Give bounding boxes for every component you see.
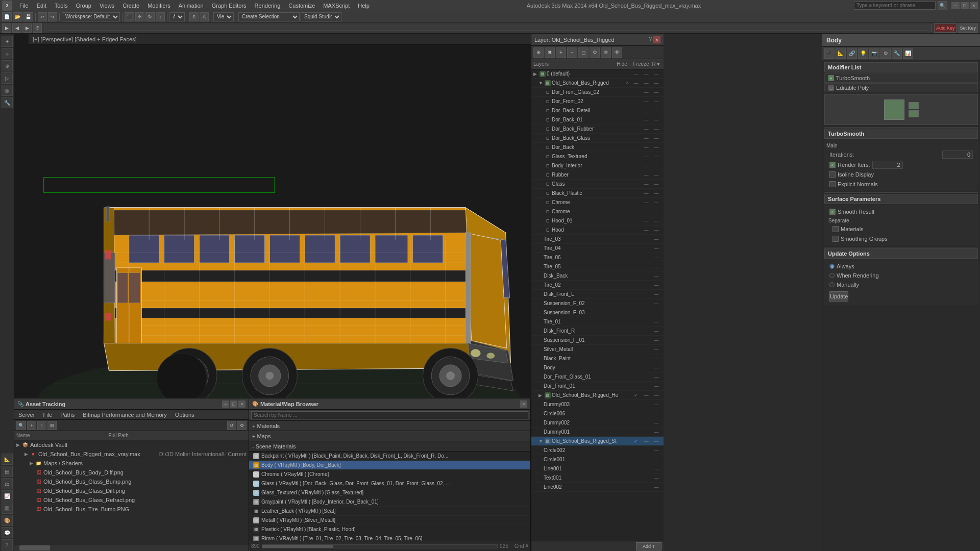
sidebar-scene[interactable]: 🗂 xyxy=(2,478,13,489)
tree-autodesk-vault[interactable]: ▶ 📦 Autodesk Vault xyxy=(14,440,249,449)
layer-0-default[interactable]: ▶ ▤ 0 (default) — — — xyxy=(531,69,664,79)
asset-tb-3[interactable]: ↑ xyxy=(37,421,46,430)
layer-dor-back[interactable]: ◻ Dor_Back — — xyxy=(531,143,664,152)
props-tb-3[interactable]: 🔗 xyxy=(847,48,857,59)
mat-section-scene[interactable]: - Scene Materials xyxy=(249,441,530,452)
layer-tire-01[interactable]: Tire_01 — xyxy=(531,317,664,327)
tree-img-glass-diff[interactable]: 🖼 Old_School_Bus_Glass_Diff.png xyxy=(14,486,249,495)
layer-circle002[interactable]: Circle002 — xyxy=(531,446,664,455)
layer-dummy001[interactable]: Dummy001 — xyxy=(531,428,664,437)
search-btn[interactable]: 🔍 xyxy=(938,1,947,10)
close-btn[interactable]: × xyxy=(970,2,978,9)
always-radio-row[interactable]: Always xyxy=(826,262,976,271)
add-t-btn[interactable]: Add T xyxy=(636,542,662,550)
explicit-normals-checkbox[interactable] xyxy=(829,181,836,187)
materials-row[interactable]: Materials xyxy=(826,224,976,234)
layer-tb-settings[interactable]: ⚙ xyxy=(590,47,600,58)
sidebar-layer[interactable]: ▤ xyxy=(2,466,13,477)
layer-tire-02[interactable]: Tire_02 — xyxy=(531,281,664,290)
menu-create[interactable]: Create xyxy=(118,2,143,10)
asset-close[interactable]: × xyxy=(238,400,246,408)
tb-save[interactable]: 💾 xyxy=(23,12,33,21)
sidebar-utilities[interactable]: 🔧 xyxy=(2,97,13,108)
layer-close[interactable]: × xyxy=(653,36,660,43)
tree-img-glass-refract[interactable]: 🖼 Old_School_Bus_Glass_Refract.png xyxy=(14,495,249,505)
color-swatch[interactable] xyxy=(884,99,904,120)
layer-disk-back[interactable]: Disk_Back — xyxy=(531,271,664,281)
menu-edit[interactable]: Edit xyxy=(33,2,51,10)
tb-play[interactable]: ▶ xyxy=(2,23,11,33)
layer-disk-front-l[interactable]: Disk_Front_L — xyxy=(531,290,664,299)
menu-customize[interactable]: Customize xyxy=(284,2,319,10)
smoothing-groups-checkbox[interactable] xyxy=(832,236,839,242)
layer-tire-05[interactable]: Tire_05 — xyxy=(531,262,664,271)
asset-tb-settings[interactable]: ⚙ xyxy=(237,421,247,430)
layer-dor-back-deteil[interactable]: ◻ Dor_Back_Deteil — — xyxy=(531,106,664,115)
layer-chrome[interactable]: ◻ Chrome — — xyxy=(531,198,664,207)
sidebar-create[interactable]: ✦ xyxy=(2,36,13,47)
timeline[interactable] xyxy=(46,26,929,31)
maximize-btn[interactable]: □ xyxy=(961,2,969,9)
layer-tire-03[interactable]: Tire_03 — xyxy=(531,235,664,244)
mat-body[interactable]: ▦ Body ( VRayMtl ) [Body, Dor_Back] xyxy=(249,461,530,470)
layer-bus-rigged[interactable]: ▼ ▤ Old_School_Bus_Rigged ✓ — — — xyxy=(531,79,664,88)
smoothing-groups-row[interactable]: Smoothing Groups xyxy=(826,234,976,243)
menu-graph-editors[interactable]: Graph Editors xyxy=(208,2,251,10)
asset-hscrollbar[interactable] xyxy=(14,545,249,551)
render-iters-value[interactable]: 2 xyxy=(872,161,903,169)
menu-file[interactable]: File xyxy=(15,2,33,10)
workspace-select[interactable]: Workspace: Default xyxy=(62,12,120,21)
layer-bus-he[interactable]: ▶ ▤ Old_School_Bus_Rigged_He ✓ — — xyxy=(531,391,664,400)
sidebar-modify[interactable]: ⟐ xyxy=(2,48,13,59)
mat-section-maps[interactable]: + Maps xyxy=(249,431,530,441)
asset-menu-options[interactable]: Options xyxy=(173,412,197,418)
tb-move[interactable]: ✛ xyxy=(135,12,144,21)
props-tb-1[interactable]: ⬛ xyxy=(824,48,835,59)
layer-suspension-f-02[interactable]: Suspension_F_02 — xyxy=(531,299,664,308)
manually-radio-row[interactable]: Manually xyxy=(826,280,976,289)
layer-tire-06[interactable]: Tire_06 — xyxy=(531,253,664,262)
tree-max-file[interactable]: ▶ ■ Old_School_Bus_Rigged_max_vray.max D… xyxy=(14,449,249,459)
tree-maps-folder[interactable]: ▶ 📁 Maps / Shaders xyxy=(14,459,249,468)
tb-auto-key[interactable]: Auto Key xyxy=(934,23,957,33)
tree-img-tire[interactable]: 🖼 Old_School_Bus_Tire_Bump.PNG xyxy=(14,505,249,514)
asset-tb-refresh[interactable]: ↺ xyxy=(227,421,236,430)
turbosmooth-header[interactable]: TurboSmooth xyxy=(824,129,978,139)
render-iters-checkbox[interactable]: ✓ xyxy=(829,162,836,168)
props-tb-5[interactable]: 📷 xyxy=(869,48,879,59)
isoline-checkbox[interactable] xyxy=(829,171,836,178)
smooth-result-row[interactable]: ✓ Smooth Result xyxy=(826,207,976,216)
layer-glass-textured[interactable]: ◻ Glass_Textured — — xyxy=(531,152,664,161)
asset-menu-paths[interactable]: Paths xyxy=(58,412,77,418)
modifier-list-header[interactable]: Modifier List xyxy=(824,62,978,72)
mat-glass-textured[interactable]: ▦ Glass_Textured ( VRayMtl ) [Glass_Text… xyxy=(249,488,530,497)
update-options-header[interactable]: Update Options xyxy=(824,248,978,259)
explicit-normals-row[interactable]: Explicit Normals xyxy=(826,180,976,189)
squid-select[interactable]: Squid Studio v xyxy=(301,12,341,21)
sidebar-color-clip[interactable]: 🎨 xyxy=(2,515,13,526)
sidebar-track[interactable]: 📈 xyxy=(2,490,13,502)
asset-menu-file[interactable]: File xyxy=(41,412,54,418)
tb-snap[interactable]: S xyxy=(189,12,199,21)
tb-select-obj[interactable]: ⬛ xyxy=(125,12,134,21)
tree-img-body[interactable]: 🖼 Old_School_Bus_Body_Diff.png xyxy=(14,468,249,477)
menu-animation[interactable]: Animation xyxy=(175,2,208,10)
create-selection-select[interactable]: Create Selection xyxy=(238,12,300,21)
mat-backpaint[interactable]: ▦ Backpaint ( VRayMtl ) [Black_Paint, Di… xyxy=(249,452,530,461)
mat-glass[interactable]: ▦ Glass ( VRayMtl ) [Dor_Back_Glass, Dor… xyxy=(249,479,530,488)
layer-line002[interactable]: Line002 — xyxy=(531,483,664,492)
tb-time-config[interactable]: ⏱ xyxy=(33,23,42,33)
layer-suspension-f-03[interactable]: Suspension_F_03 — xyxy=(531,308,664,317)
layer-dor-front-01[interactable]: Dor_Front_01 — xyxy=(531,382,664,391)
modifier-turbosmooth[interactable]: ● TurboSmooth xyxy=(824,73,978,83)
sidebar-help[interactable]: ? xyxy=(2,539,13,550)
tb-rotate[interactable]: ↻ xyxy=(145,12,155,21)
layer-body-interior[interactable]: ◻ Body_Interior — — xyxy=(531,161,664,170)
layer-dor-back-glass[interactable]: ◻ Dor_Back_Glass — — xyxy=(531,134,664,143)
material-close[interactable]: × xyxy=(520,400,527,408)
search-input[interactable] xyxy=(854,2,936,10)
layer-silver-metall[interactable]: Silver_Metall — xyxy=(531,345,664,354)
layer-rubber[interactable]: ◻ Rubber — — xyxy=(531,170,664,180)
layer-suspension-f-01[interactable]: Suspension_F_01 — xyxy=(531,336,664,345)
color-nav-left[interactable] xyxy=(909,102,919,109)
